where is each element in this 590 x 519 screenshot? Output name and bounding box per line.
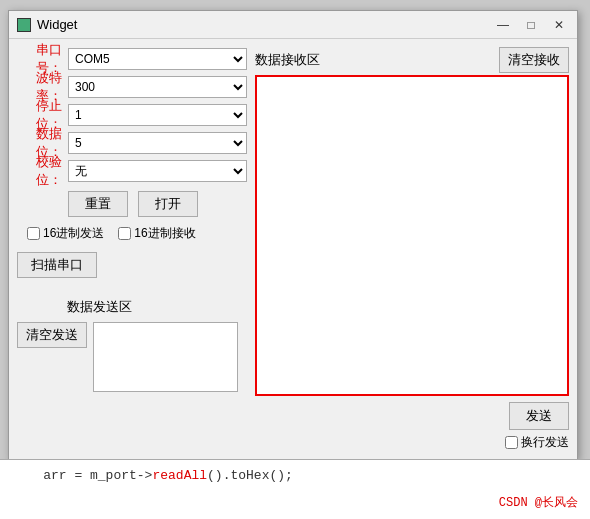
code-background: arr = m_port->readAll().toHex(); CSDN @长… bbox=[0, 459, 590, 519]
code-line: arr = m_port->readAll().toHex(); bbox=[12, 468, 293, 483]
title-bar: Widget — □ ✕ bbox=[9, 11, 577, 39]
hex-receive-label: 16进制接收 bbox=[134, 225, 195, 242]
stopbits-row: 停止位： 1 1.5 2 bbox=[17, 103, 247, 127]
clear-send-button[interactable]: 清空发送 bbox=[17, 322, 87, 348]
receive-area-label: 数据接收区 bbox=[255, 51, 320, 69]
baud-select[interactable]: 300 1200 2400 4800 9600 115200 bbox=[68, 76, 247, 98]
send-area-label-container: 数据发送区 bbox=[17, 298, 247, 316]
right-panel: 数据接收区 清空接收 发送 换行发送 bbox=[255, 47, 569, 451]
port-row: 串口号： COM5 COM1 COM2 COM3 COM4 bbox=[17, 47, 247, 71]
databits-row: 数据位： 5 6 7 8 bbox=[17, 131, 247, 155]
newline-send-checkbox-label[interactable]: 换行发送 bbox=[505, 434, 569, 451]
newline-send-checkbox[interactable] bbox=[505, 436, 518, 449]
stopbits-select[interactable]: 1 1.5 2 bbox=[68, 104, 247, 126]
hex-checkboxes: 16进制发送 16进制接收 bbox=[27, 225, 247, 242]
send-controls: 发送 bbox=[255, 402, 569, 430]
open-button[interactable]: 打开 bbox=[138, 191, 198, 217]
code-method: readAll bbox=[152, 468, 207, 483]
receive-textarea[interactable] bbox=[255, 75, 569, 396]
parity-row: 校验位： 无 奇校验 偶校验 bbox=[17, 159, 247, 183]
hex-send-label: 16进制发送 bbox=[43, 225, 104, 242]
window-icon bbox=[17, 18, 31, 32]
left-panel: 串口号： COM5 COM1 COM2 COM3 COM4 波特率： 300 1… bbox=[17, 47, 247, 451]
databits-select[interactable]: 5 6 7 8 bbox=[68, 132, 247, 154]
baud-row: 波特率： 300 1200 2400 4800 9600 115200 bbox=[17, 75, 247, 99]
hex-receive-checkbox-label[interactable]: 16进制接收 bbox=[118, 225, 195, 242]
newline-send-label: 换行发送 bbox=[521, 434, 569, 451]
send-button[interactable]: 发送 bbox=[509, 402, 569, 430]
window-controls: — □ ✕ bbox=[493, 16, 569, 34]
maximize-button[interactable]: □ bbox=[521, 16, 541, 34]
scan-port-row: 扫描串口 bbox=[17, 252, 247, 278]
port-select[interactable]: COM5 COM1 COM2 COM3 COM4 bbox=[68, 48, 247, 70]
hex-receive-checkbox[interactable] bbox=[118, 227, 131, 240]
close-button[interactable]: ✕ bbox=[549, 16, 569, 34]
widget-window: Widget — □ ✕ 串口号： COM5 COM1 COM2 COM3 CO… bbox=[8, 10, 578, 460]
send-left: 清空发送 bbox=[17, 322, 87, 392]
main-content: 串口号： COM5 COM1 COM2 COM3 COM4 波特率： 300 1… bbox=[9, 39, 577, 459]
clear-receive-button[interactable]: 清空接收 bbox=[499, 47, 569, 73]
action-buttons: 重置 打开 bbox=[68, 191, 247, 217]
minimize-button[interactable]: — bbox=[493, 16, 513, 34]
send-textarea[interactable] bbox=[93, 322, 238, 392]
scan-port-button[interactable]: 扫描串口 bbox=[17, 252, 97, 278]
window-title: Widget bbox=[37, 17, 493, 32]
hex-send-checkbox-label[interactable]: 16进制发送 bbox=[27, 225, 104, 242]
parity-select[interactable]: 无 奇校验 偶校验 bbox=[68, 160, 247, 182]
brand-label: CSDN @长风会 bbox=[499, 494, 578, 511]
send-area-row: 清空发送 bbox=[17, 322, 247, 392]
hex-send-checkbox[interactable] bbox=[27, 227, 40, 240]
receive-header: 数据接收区 清空接收 bbox=[255, 47, 569, 73]
parity-label: 校验位： bbox=[17, 153, 62, 189]
reset-button[interactable]: 重置 bbox=[68, 191, 128, 217]
send-area-label: 数据发送区 bbox=[67, 299, 132, 314]
newline-row: 换行发送 bbox=[255, 434, 569, 451]
